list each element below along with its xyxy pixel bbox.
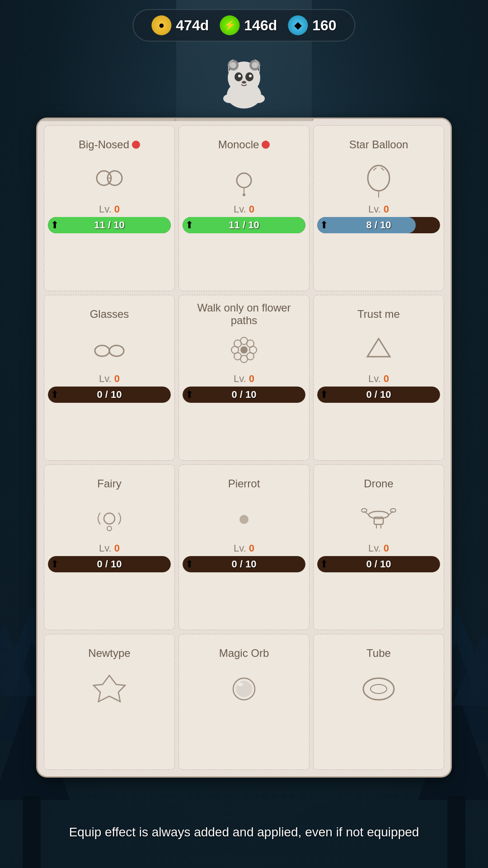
item-icon-monocle (221, 160, 267, 201)
progress-bar-icon: ⬆ (185, 558, 193, 570)
svg-point-22 (252, 94, 265, 103)
item-icon-drone (356, 499, 401, 540)
item-level-arrow: Lv. 0 (368, 373, 389, 385)
item-cell-orb[interactable]: Magic Orb (178, 634, 310, 770)
progress-text-fairy: 0 / 10 (97, 558, 122, 570)
item-cell-tube[interactable]: Tube (313, 634, 444, 770)
item-name-nose: Big-Nosed (79, 132, 140, 157)
progress-bar-icon: ⬆ (320, 389, 328, 401)
progress-bar-icon: ⬆ (51, 389, 59, 401)
progress-bar-flower: ⬆0 / 10 (183, 387, 305, 403)
item-cell-newtype[interactable]: Newtype (44, 634, 175, 770)
progress-text-glasses: 0 / 10 (97, 389, 122, 401)
character-area (217, 50, 271, 110)
progress-bar-pierrot: ⬆0 / 10 (183, 556, 305, 572)
svg-point-47 (107, 526, 112, 531)
progress-text-balloon: 8 / 10 (366, 219, 391, 231)
item-icon-orb (221, 669, 267, 709)
progress-bar-icon: ⬆ (320, 558, 328, 570)
tab-hat[interactable]: Hat (38, 118, 175, 121)
item-name-glasses: Glasses (90, 302, 129, 327)
item-name-fairy: Fairy (97, 471, 121, 496)
item-icon-glasses (87, 330, 132, 370)
progress-text-nose: 11 / 10 (94, 219, 124, 231)
item-name-pierrot: Pierrot (228, 471, 260, 496)
new-badge (132, 141, 140, 149)
progress-bar-fairy: ⬆0 / 10 (48, 556, 171, 572)
item-cell-balloon[interactable]: Star BalloonLv. 0⬆8 / 10 (313, 125, 444, 291)
item-name-monocle: Monocle (218, 132, 270, 157)
item-cell-flower[interactable]: Walk only on flower pathsLv. 0⬆0 / 10 (178, 295, 310, 461)
item-icon-tube (356, 669, 401, 709)
svg-point-26 (237, 173, 251, 188)
item-level-nose: Lv. 0 (99, 203, 120, 215)
item-name-tube: Tube (366, 641, 391, 666)
new-badge (262, 141, 270, 149)
progress-text-pierrot: 0 / 10 (231, 558, 256, 570)
svg-point-32 (109, 345, 124, 356)
svg-marker-45 (367, 339, 390, 357)
item-icon-fairy (87, 499, 132, 540)
progress-text-flower: 0 / 10 (231, 389, 256, 401)
item-level-flower: Lv. 0 (234, 373, 254, 385)
gold-value: 474d (176, 17, 209, 34)
svg-point-19 (249, 75, 252, 77)
progress-bar-icon: ⬆ (185, 389, 193, 401)
progress-bar-icon: ⬆ (51, 558, 59, 570)
svg-point-61 (363, 678, 394, 700)
svg-point-59 (236, 681, 252, 697)
item-cell-fairy[interactable]: FairyLv. 0⬆0 / 10 (44, 464, 175, 630)
progress-bar-glasses: ⬆0 / 10 (48, 387, 171, 403)
item-level-monocle: Lv. 0 (234, 203, 254, 215)
progress-bar-icon: ⬆ (51, 219, 59, 231)
progress-bar-icon: ⬆ (320, 219, 328, 231)
gem-icon: ◆ (288, 15, 308, 35)
item-level-pierrot: Lv. 0 (234, 542, 254, 554)
item-cell-pierrot[interactable]: PierrotLv. 0⬆0 / 10 (178, 464, 310, 630)
item-cell-nose[interactable]: Big-NosedLv. 0⬆11 / 10 (44, 125, 175, 291)
svg-point-15 (252, 62, 258, 68)
progress-bar-nose: ⬆11 / 10 (48, 217, 171, 233)
lightning-value: 146d (244, 17, 277, 34)
item-cell-arrow[interactable]: Trust meLv. 0⬆0 / 10 (313, 295, 444, 461)
item-cell-glasses[interactable]: GlassesLv. 0⬆0 / 10 (44, 295, 175, 461)
item-icon-nose (87, 160, 132, 201)
item-icon-arrow (356, 330, 401, 370)
svg-point-14 (230, 62, 236, 68)
svg-point-18 (238, 75, 241, 77)
lightning-currency: ⚡ 146d (220, 15, 277, 35)
currency-bar: ● 474d ⚡ 146d ◆ 160 (132, 9, 355, 42)
svg-point-42 (247, 353, 254, 360)
item-name-balloon: Star Balloon (349, 132, 408, 157)
tab-clothes[interactable]: Clothes (175, 118, 313, 121)
item-icon-balloon (356, 160, 401, 201)
svg-point-41 (234, 340, 241, 347)
progress-bar-drone: ⬆0 / 10 (317, 556, 440, 572)
gold-icon: ● (151, 15, 171, 35)
svg-point-21 (223, 94, 236, 103)
items-grid: Big-NosedLv. 0⬆11 / 10MonocleLv. 0⬆11 / … (38, 119, 450, 776)
progress-bar-monocle: ⬆11 / 10 (183, 217, 305, 233)
gold-currency: ● 474d (151, 15, 209, 35)
character-avatar (217, 50, 271, 108)
svg-point-20 (242, 81, 246, 84)
gem-currency: ◆ 160 (288, 15, 336, 35)
item-icon-pierrot (221, 499, 267, 540)
progress-text-monocle: 11 / 10 (229, 219, 259, 231)
svg-point-62 (371, 684, 387, 693)
progress-bar-arrow: ⬆0 / 10 (317, 387, 440, 403)
svg-point-31 (95, 345, 109, 356)
item-cell-monocle[interactable]: MonocleLv. 0⬆11 / 10 (178, 125, 310, 291)
svg-point-28 (243, 193, 245, 196)
tabs-container: Hat Clothes Accessory (38, 118, 450, 120)
item-icon-newtype (87, 669, 132, 709)
item-name-arrow: Trust me (357, 302, 400, 327)
main-panel: Hat Clothes Accessory Big-NosedLv. 0⬆11 … (36, 118, 452, 778)
lightning-icon: ⚡ (220, 15, 239, 35)
item-name-flower: Walk only on flower paths (183, 302, 305, 327)
item-name-orb: Magic Orb (219, 641, 269, 666)
svg-point-44 (234, 353, 241, 360)
svg-point-36 (240, 346, 248, 354)
tab-accessory[interactable]: Accessory (313, 118, 450, 120)
item-cell-drone[interactable]: DroneLv. 0⬆0 / 10 (313, 464, 444, 630)
